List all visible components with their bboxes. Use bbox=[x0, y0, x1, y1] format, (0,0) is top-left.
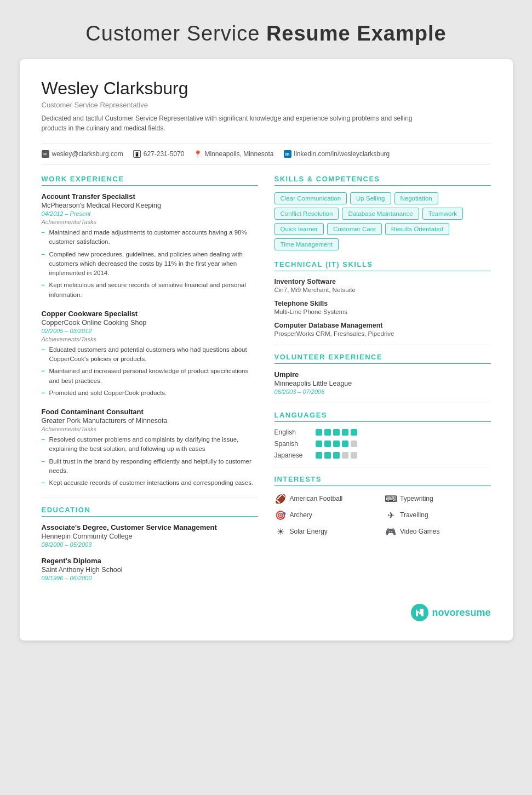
bullet-item: Kept accurate records of customer intera… bbox=[42, 478, 258, 488]
interest-item: ✈ Travelling bbox=[385, 509, 491, 521]
language-dot bbox=[342, 452, 348, 459]
language-dot bbox=[342, 429, 348, 436]
technical-skills-title: TECHNICAL (IT) SKILLS bbox=[274, 260, 491, 271]
education-entry: Associate's Degree, Customer Service Man… bbox=[42, 523, 258, 548]
job-title: Account Transfer Specialist bbox=[42, 192, 258, 201]
skills-section: SKILLS & COMPETENCES Clear Communication… bbox=[274, 175, 491, 250]
language-dots bbox=[316, 429, 357, 436]
work-experience-entry: Food Contaminant Consultant Greater Pork… bbox=[42, 408, 258, 488]
language-name: Japanese bbox=[274, 451, 316, 459]
interest-icon: 🎯 bbox=[274, 509, 287, 521]
languages-section: LANGUAGES English Spanish Japanese bbox=[274, 411, 491, 459]
volunteer-role: Umpire bbox=[274, 370, 491, 379]
language-dot bbox=[316, 429, 322, 436]
skill-tag: Results Orientated bbox=[385, 223, 449, 235]
candidate-name: Wesley Clarksburg bbox=[42, 78, 491, 99]
work-experience-section: WORK EXPERIENCE Account Transfer Special… bbox=[42, 175, 258, 488]
resume-header: Wesley Clarksburg Customer Service Repre… bbox=[42, 78, 491, 133]
candidate-job-title: Customer Service Representative bbox=[42, 101, 491, 109]
interest-name: Video Games bbox=[400, 528, 440, 535]
phone-value: 627-231-5070 bbox=[144, 150, 185, 158]
edu-dates: 09/1996 – 06/2000 bbox=[42, 575, 258, 581]
skill-tag: Time Management bbox=[274, 238, 339, 250]
interest-item: 🎯 Archery bbox=[274, 509, 381, 521]
languages-title: LANGUAGES bbox=[274, 411, 491, 422]
job-bullets: Resolved customer problems and complaint… bbox=[42, 435, 258, 488]
tech-skill-name: Telephone Skills bbox=[274, 300, 491, 307]
work-experience-entry: Copper Cookware Specialist CopperCook On… bbox=[42, 310, 258, 398]
interests-section: INTERESTS 🏈 American Football ⌨ Typewrit… bbox=[274, 475, 491, 537]
interest-name: Archery bbox=[290, 511, 312, 519]
skill-tag: Negotiation bbox=[394, 192, 438, 204]
language-dots bbox=[316, 441, 357, 447]
skill-tag: Clear Communication bbox=[274, 192, 347, 204]
tech-skill-desc: ProsperWorks CRM, Freshsales, Pipedrive bbox=[274, 330, 491, 337]
page-title-bold: Resume Example bbox=[266, 22, 447, 45]
page-title: Customer Service Resume Example bbox=[11, 11, 521, 59]
email-value: wesley@clarksburg.com bbox=[52, 150, 123, 158]
interest-icon: ☀ bbox=[274, 525, 287, 537]
skill-tag: Teamwork bbox=[422, 208, 463, 220]
resume-body: WORK EXPERIENCE Account Transfer Special… bbox=[42, 175, 491, 590]
edu-degree: Regent's Diploma bbox=[42, 557, 258, 565]
contact-location: 📍 Minneapolis, Minnesota bbox=[194, 150, 273, 158]
edu-school: Hennepin Community College bbox=[42, 533, 258, 540]
language-name: English bbox=[274, 428, 316, 436]
bullet-item: Maintained and made adjustments to custo… bbox=[42, 228, 258, 247]
phone-icon: 📱 bbox=[133, 150, 141, 158]
skills-title: SKILLS & COMPETENCES bbox=[274, 175, 491, 186]
edu-school: Saint Anthony High School bbox=[42, 566, 258, 574]
skill-tag: Conflict Resolution bbox=[274, 208, 339, 220]
language-dot bbox=[316, 441, 322, 447]
language-dot bbox=[333, 452, 340, 459]
job-dates: 02/2005 – 03/2012 bbox=[42, 328, 258, 334]
location-value: Minneapolis, Minnesota bbox=[204, 150, 273, 158]
bullet-item: Resolved customer problems and complaint… bbox=[42, 435, 258, 454]
language-dots bbox=[316, 452, 357, 459]
brand-name: novoresume bbox=[432, 607, 490, 619]
contact-phone: 📱 627-231-5070 bbox=[133, 150, 185, 158]
language-dot bbox=[333, 441, 340, 447]
language-dot bbox=[324, 429, 331, 436]
interest-item: 🏈 American Football bbox=[274, 493, 381, 505]
education-title: EDUCATION bbox=[42, 506, 258, 517]
job-title: Food Contaminant Consultant bbox=[42, 408, 258, 416]
work-experience-entry: Account Transfer Specialist McPhearson's… bbox=[42, 192, 258, 300]
interest-icon: ✈ bbox=[385, 509, 397, 521]
interest-item: ⌨ Typewriting bbox=[385, 493, 491, 505]
edu-degree: Associate's Degree, Customer Service Man… bbox=[42, 523, 258, 531]
resume-card: Wesley Clarksburg Customer Service Repre… bbox=[20, 59, 513, 640]
skill-tag: Up Selling bbox=[350, 192, 391, 204]
language-dot bbox=[333, 429, 340, 436]
language-dot bbox=[351, 441, 357, 447]
tech-skill-name: Computer Database Management bbox=[274, 322, 491, 329]
job-title: Copper Cookware Specialist bbox=[42, 310, 258, 318]
bullet-item: Promoted and sold CopperCook products. bbox=[42, 388, 258, 398]
interest-item: ☀ Solar Energy bbox=[274, 525, 381, 537]
email-icon: ✉ bbox=[42, 150, 49, 158]
education-section: EDUCATION Associate's Degree, Customer S… bbox=[42, 506, 258, 581]
interests-grid: 🏈 American Football ⌨ Typewriting 🎯 Arch… bbox=[274, 493, 491, 537]
linkedin-icon: in bbox=[284, 150, 291, 158]
branding-logo: novoresume bbox=[411, 604, 490, 621]
work-experience-list: Account Transfer Specialist McPhearson's… bbox=[42, 192, 258, 488]
interest-name: Travelling bbox=[400, 511, 428, 519]
language-dot bbox=[351, 452, 357, 459]
candidate-summary: Dedicated and tactful Customer Service R… bbox=[42, 113, 425, 133]
volunteer-dates: 06/2003 – 07/2006 bbox=[274, 388, 491, 395]
achievements-label: Achievements/Tasks bbox=[42, 219, 258, 225]
language-row: Spanish bbox=[274, 440, 491, 448]
location-icon: 📍 bbox=[194, 150, 202, 158]
contact-linkedin: in linkedin.com/in/wesleyclarksburg bbox=[284, 150, 390, 158]
tech-skill-name: Inventory Software bbox=[274, 278, 491, 285]
job-dates: 04/2012 – Present bbox=[42, 210, 258, 217]
languages-list: English Spanish Japanese bbox=[274, 428, 491, 459]
tech-skill-entry: Computer Database Management ProsperWork… bbox=[274, 322, 491, 337]
job-bullets: Maintained and made adjustments to custo… bbox=[42, 228, 258, 300]
education-list: Associate's Degree, Customer Service Man… bbox=[42, 523, 258, 581]
contact-bar: ✉ wesley@clarksburg.com 📱 627-231-5070 📍… bbox=[42, 143, 491, 165]
bullet-item: Educated customers and potential custome… bbox=[42, 345, 258, 364]
job-bullets: Educated customers and potential custome… bbox=[42, 345, 258, 398]
education-entry: Regent's Diploma Saint Anthony High Scho… bbox=[42, 557, 258, 581]
branding: novoresume bbox=[42, 604, 491, 621]
